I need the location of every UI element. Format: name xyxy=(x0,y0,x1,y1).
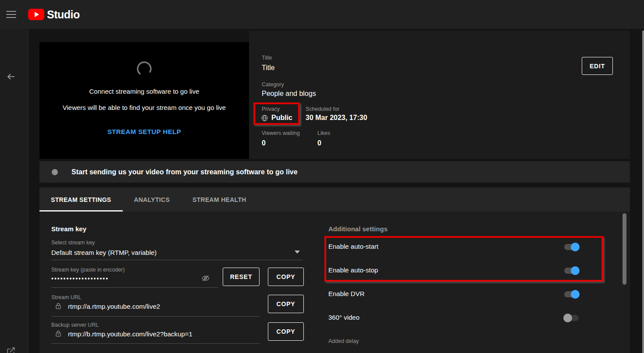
stream-key-select[interactable]: Default stream key (RTMP, variable) xyxy=(51,249,157,256)
back-arrow-icon[interactable] xyxy=(6,71,16,82)
status-dot-icon xyxy=(52,169,58,175)
lock-icon xyxy=(54,302,63,311)
scheduled-value: 30 Mar 2023, 17:30 xyxy=(306,114,367,122)
additional-settings-heading: Additional settings xyxy=(328,225,388,233)
stream-key-masked-value: ••••••••••••••••••• xyxy=(51,275,109,282)
stream-url-underline xyxy=(51,316,260,317)
status-message: Start sending us your video from your st… xyxy=(71,168,298,176)
broadcast-header: Connect streaming software to go live Vi… xyxy=(39,31,630,159)
likes-value: 0 xyxy=(317,139,321,147)
copy-stream-url-button[interactable]: COPY xyxy=(268,295,304,313)
backup-url-label: Backup server URL xyxy=(51,322,99,328)
stream-preview: Connect streaming software to go live Vi… xyxy=(39,42,249,159)
stream-key-field-label: Stream key (paste in encoder) xyxy=(51,267,125,273)
menu-icon[interactable] xyxy=(6,11,16,18)
category-label: Category xyxy=(262,81,284,88)
enable-auto-start-label: Enable auto-start xyxy=(328,243,378,250)
select-stream-key-label: Select stream key xyxy=(51,240,95,246)
copy-backup-url-button[interactable]: COPY xyxy=(268,322,304,341)
stream-key-underline xyxy=(51,287,218,288)
stream-url-value: rtmp://a.rtmp.youtube.com/live2 xyxy=(68,303,160,310)
likes-label: Likes xyxy=(317,130,330,136)
backup-url-value: rtmp://b.rtmp.youtube.com/live2?backup=1 xyxy=(68,330,192,338)
youtube-studio-logo[interactable]: Studio xyxy=(28,8,80,21)
preview-message-primary: Connect streaming software to go live xyxy=(39,88,249,95)
stream-key-heading: Stream key xyxy=(51,225,86,233)
privacy-label: Privacy xyxy=(262,106,280,112)
external-link-icon[interactable] xyxy=(5,346,16,353)
title-label: Title xyxy=(262,55,272,61)
loading-spinner-icon xyxy=(39,60,249,77)
enable-auto-stop-label: Enable auto-stop xyxy=(328,266,378,274)
enable-dvr-label: Enable DVR xyxy=(328,290,365,297)
scheduled-label: Scheduled for xyxy=(306,106,339,112)
browser-scrollbar-thumb[interactable] xyxy=(642,31,644,353)
stream-setup-help-link[interactable]: STREAM SETUP HELP xyxy=(39,128,249,135)
video-360-label: 360° video xyxy=(328,314,359,321)
select-underline xyxy=(51,260,303,260)
viewers-waiting-value: 0 xyxy=(262,139,266,147)
preview-message-secondary: Viewers will be able to find your stream… xyxy=(39,104,249,111)
main-content: Connect streaming software to go live Vi… xyxy=(39,31,630,353)
stream-info-panel: Title Title Category People and blogs Pr… xyxy=(249,31,630,159)
eye-off-icon[interactable] xyxy=(201,273,210,285)
edit-button[interactable]: EDIT xyxy=(582,57,613,75)
backup-url-underline xyxy=(51,343,260,344)
tab-bar: STREAM SETTINGS ANALYTICS STREAM HEALTH xyxy=(39,187,630,212)
stream-url-row: rtmp://a.rtmp.youtube.com/live2 xyxy=(54,302,160,311)
title-value: Title xyxy=(262,64,275,72)
panel-scrollbar-thumb[interactable] xyxy=(623,213,626,285)
backup-url-row: rtmp://b.rtmp.youtube.com/live2?backup=1 xyxy=(54,329,192,338)
youtube-play-icon xyxy=(28,9,44,20)
tab-analytics[interactable]: ANALYTICS xyxy=(123,187,181,212)
stream-settings-panel: Stream key Select stream key Default str… xyxy=(39,212,630,353)
chevron-down-icon[interactable] xyxy=(295,251,300,254)
tab-stream-settings[interactable]: STREAM SETTINGS xyxy=(39,187,123,212)
stream-status-bar: Start sending us your video from your st… xyxy=(39,161,630,183)
enable-auto-start-toggle[interactable] xyxy=(563,243,580,251)
category-value: People and blogs xyxy=(262,90,316,98)
video-preview-column: Connect streaming software to go live Vi… xyxy=(39,31,249,159)
stream-url-label: Stream URL xyxy=(51,294,82,300)
brand-text: Studio xyxy=(47,8,80,21)
privacy-value: Public xyxy=(261,114,292,122)
globe-icon xyxy=(261,114,268,122)
lock-icon xyxy=(54,329,63,338)
tab-stream-health[interactable]: STREAM HEALTH xyxy=(181,187,258,212)
viewers-waiting-label: Viewers waiting xyxy=(262,130,300,136)
top-bar: Studio xyxy=(0,0,644,29)
reset-button[interactable]: RESET xyxy=(223,268,260,286)
added-delay-label: Added delay xyxy=(328,338,359,344)
left-sidebar xyxy=(0,29,28,353)
enable-dvr-toggle[interactable] xyxy=(563,290,580,299)
copy-stream-key-button[interactable]: COPY xyxy=(268,268,304,286)
video-360-toggle[interactable] xyxy=(563,314,580,322)
enable-auto-stop-toggle[interactable] xyxy=(563,266,580,275)
privacy-value-text: Public xyxy=(271,114,292,122)
